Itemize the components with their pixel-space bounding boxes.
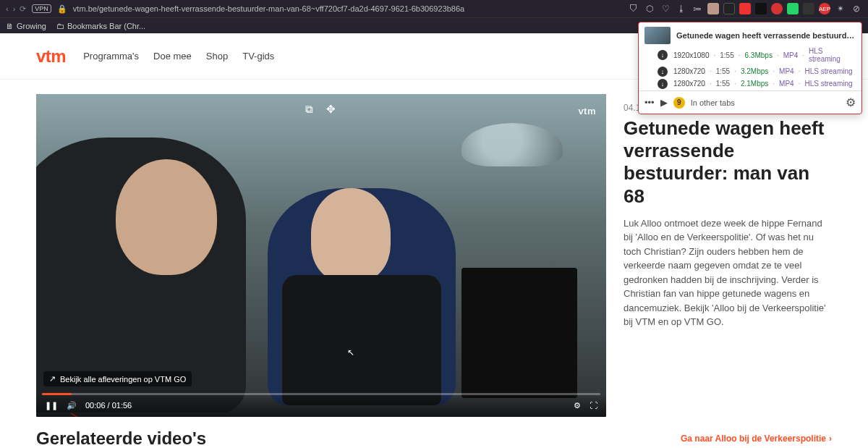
duration: 1:55	[720, 51, 733, 59]
nav-doemee[interactable]: Doe mee	[153, 51, 192, 62]
bitrate: 6.3Mbps	[745, 51, 773, 59]
bookmark-label: Bookmarks Bar (Chr...	[67, 22, 145, 30]
player-watermark: vtm	[578, 106, 596, 117]
extension-icon-4[interactable]	[755, 3, 767, 14]
format: MP4	[783, 51, 799, 59]
bitrate: 2.1Mbps	[741, 80, 768, 88]
lock-icon: 🔒	[57, 4, 67, 14]
file-icon: 🗎	[6, 22, 14, 30]
download-icon[interactable]: ⭳	[676, 3, 687, 14]
downloader-title: Getunede wagen heeft verrassende bestuur…	[676, 31, 856, 40]
nav-buttons: ‹ › ⟳	[6, 4, 26, 14]
video-frame-device	[461, 268, 577, 398]
player-controls: ❚❚ 🔊 00:06 / 01:56 ⚙ ⛶	[36, 394, 606, 417]
download-option[interactable]: ↓ 1280x720 · 1:55 · 2.1Mbps · MP4 · HLS …	[639, 78, 861, 90]
downloader-footer: ••• ▶ 9 In other tabs ⚙	[639, 90, 861, 114]
download-circle-icon: ↓	[658, 79, 668, 89]
related-link-text: Ga naar Alloo bij de Verkeerspolitie	[681, 434, 826, 444]
downloader-thumbnail	[644, 27, 671, 44]
browser-toolbar: ‹ › ⟳ VPN 🔒 vtm.be/getunede-wagen-heeft-…	[0, 0, 868, 17]
shield-icon[interactable]: ⛉	[628, 3, 639, 14]
cursor-icon: ↖	[347, 347, 354, 358]
download-option[interactable]: ↓ 1920x1080 · 1:55 · 6.3Mbps · MP4 · HLS…	[639, 46, 861, 66]
video-frame	[36, 94, 606, 417]
puzzle-icon[interactable]: ✴	[835, 3, 846, 14]
settings-button[interactable]: ⚙	[574, 401, 581, 410]
time-display: 00:06 / 01:56	[85, 401, 132, 410]
volume-button[interactable]: 🔊	[67, 401, 77, 410]
video-frame-figure	[268, 188, 456, 405]
vpn-badge[interactable]: VPN	[32, 4, 51, 13]
bookmark-growing[interactable]: 🗎 Growing	[6, 22, 46, 30]
related-heading: Gerelateerde video's	[36, 428, 206, 448]
toolbar-right: ⛉ ⬡ ♡ ⭳ ≔ AEP ✴ ⊘	[628, 3, 862, 14]
extension-icon-2[interactable]	[723, 3, 735, 14]
video-column: ⧉ ✥ vtm ↖ ↗ Bekijk alle afleveringen op …	[36, 94, 606, 417]
address-bar[interactable]: vtm.be/getunede-wagen-heeft-verrassende-…	[73, 4, 464, 13]
pip-icon[interactable]: ⧉	[305, 103, 313, 116]
nav-programmas[interactable]: Programma's	[83, 51, 139, 62]
reload-button[interactable]: ⟳	[20, 4, 26, 14]
source: HLS streaming	[809, 47, 856, 63]
download-circle-icon: ↓	[658, 67, 668, 77]
related-section: Gerelateerde video's Ga naar Alloo bij d…	[0, 428, 868, 448]
resolution: 1280x720	[673, 67, 705, 75]
format: MP4	[779, 67, 794, 75]
bookmark-folder[interactable]: 🗀 Bookmarks Bar (Chr...	[56, 22, 145, 30]
article-title: Getunede wagen heeft verrassende bestuur…	[624, 117, 832, 208]
video-player[interactable]: ⧉ ✥ vtm ↖ ↗ Bekijk alle afleveringen op …	[36, 94, 606, 417]
duration: 1:55	[716, 80, 730, 88]
extension-icon-1[interactable]	[707, 3, 719, 14]
back-button[interactable]: ‹	[6, 4, 9, 14]
forward-button[interactable]: ›	[13, 4, 16, 14]
tab-count-badge: 9	[673, 97, 685, 109]
pause-button[interactable]: ❚❚	[45, 401, 58, 410]
chevron-right-icon: ›	[829, 434, 832, 444]
hex-icon[interactable]: ⬡	[644, 3, 655, 14]
resolution: 1920x1080	[673, 51, 710, 59]
format: MP4	[779, 80, 794, 88]
extension-icon-3[interactable]	[739, 3, 751, 14]
download-circle-icon: ↓	[658, 50, 668, 60]
related-link[interactable]: Ga naar Alloo bij de Verkeerspolitie ›	[681, 434, 832, 444]
nav-shop[interactable]: Shop	[206, 51, 228, 62]
player-top-icons: ⧉ ✥	[305, 103, 336, 116]
whatsapp-icon[interactable]	[787, 3, 799, 14]
fullscreen-button[interactable]: ⛶	[590, 401, 597, 410]
play-icon[interactable]: ▶	[660, 97, 668, 108]
download-option[interactable]: ↓ 1280x720 · 1:55 · 3.2Mbps · MP4 · HLS …	[639, 66, 861, 78]
expand-icon[interactable]: ✥	[326, 103, 336, 116]
overlay-cta-text: Bekijk alle afleveringen op VTM GO	[60, 375, 186, 384]
more-dots-icon[interactable]: •••	[644, 97, 655, 108]
footer-text: In other tabs	[691, 98, 735, 107]
gear-icon[interactable]: ⚙	[846, 96, 856, 109]
nav-tvgids[interactable]: TV-gids	[242, 51, 274, 62]
menu-lines-icon[interactable]: ≔	[692, 3, 703, 14]
main-layout: ⧉ ✥ vtm ↖ ↗ Bekijk alle afleveringen op …	[0, 80, 868, 426]
article-body: Luk Alloo ontmoet deze week de hippe Fer…	[624, 216, 832, 329]
source: HLS streaming	[804, 80, 852, 88]
site-logo[interactable]: vtm	[36, 46, 66, 67]
heart-icon[interactable]: ♡	[660, 3, 671, 14]
extension-icon-5[interactable]	[771, 3, 783, 14]
external-link-icon: ↗	[49, 374, 56, 384]
extension-icon-6[interactable]	[803, 3, 814, 14]
article-sidebar: 04.12.2023 - 01:55 Getunede wagen heeft …	[624, 94, 832, 417]
overlay-cta[interactable]: ↗ Bekijk alle afleveringen op VTM GO	[43, 371, 192, 386]
source: HLS streaming	[804, 67, 852, 75]
duration: 1:55	[716, 67, 730, 75]
profile-badge[interactable]: AEP	[819, 3, 830, 14]
more-icon[interactable]: ⊘	[851, 3, 862, 14]
resolution: 1280x720	[673, 80, 705, 88]
downloader-header: Getunede wagen heeft verrassende bestuur…	[639, 22, 861, 46]
primary-nav: Programma's Doe mee Shop TV-gids	[83, 51, 274, 62]
bookmark-label: Growing	[17, 22, 46, 30]
folder-icon: 🗀	[56, 22, 64, 30]
downloader-popup: Getunede wagen heeft verrassende bestuur…	[638, 22, 862, 114]
bitrate: 3.2Mbps	[741, 67, 768, 75]
